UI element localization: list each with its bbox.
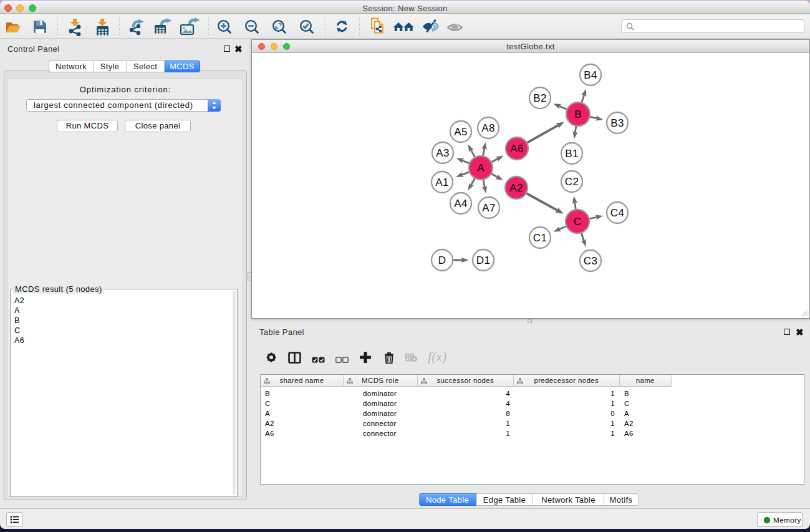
svg-text:A2: A2 (509, 182, 523, 194)
svg-text:A1: A1 (435, 177, 449, 188)
svg-text:A4: A4 (454, 198, 468, 210)
svg-text:A7: A7 (482, 202, 496, 214)
svg-text:A6: A6 (510, 143, 524, 155)
svg-text:D1: D1 (476, 254, 490, 266)
svg-text:B1: B1 (565, 148, 579, 160)
svg-text:D: D (438, 254, 446, 266)
svg-text:C4: C4 (610, 207, 624, 219)
svg-text:B: B (574, 109, 582, 120)
svg-text:C3: C3 (584, 255, 597, 267)
svg-text:B4: B4 (584, 69, 597, 81)
svg-text:B3: B3 (610, 117, 624, 129)
svg-text:C2: C2 (565, 176, 579, 188)
svg-text:C1: C1 (533, 232, 547, 244)
svg-text:B2: B2 (533, 92, 547, 104)
svg-text:Memory: Memory (773, 516, 801, 525)
svg-text:A8: A8 (481, 122, 495, 134)
svg-text:A3: A3 (436, 147, 450, 159)
svg-text:A5: A5 (454, 126, 468, 138)
svg-text:A: A (477, 162, 485, 174)
svg-text:C: C (574, 216, 582, 228)
